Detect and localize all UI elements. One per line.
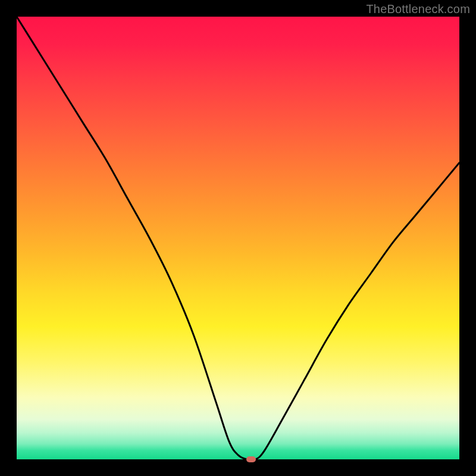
plot-area: [17, 17, 459, 459]
bottleneck-curve: [17, 17, 459, 459]
watermark-text: TheBottleneck.com: [366, 2, 470, 16]
minimum-marker: [246, 456, 256, 462]
chart-frame: TheBottleneck.com: [0, 0, 476, 476]
